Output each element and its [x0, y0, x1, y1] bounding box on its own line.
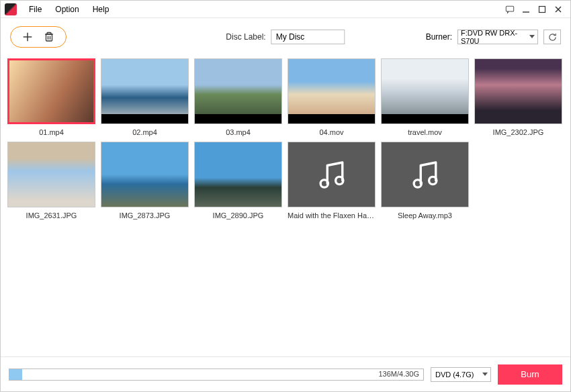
feedback-icon[interactable]	[504, 4, 515, 15]
svg-point-12	[414, 180, 421, 187]
media-preview	[288, 59, 375, 124]
media-thumb[interactable]	[381, 142, 469, 207]
media-thumb[interactable]	[101, 58, 189, 124]
media-grid: 01.mp402.mp403.mp404.movtravel.movIMG_23…	[7, 58, 564, 219]
toolbar: Disc Label: Burner: F:DVD RW DRX-S70U	[1, 18, 570, 56]
close-icon[interactable]	[553, 4, 564, 15]
menu-file[interactable]: File	[22, 5, 48, 14]
media-item-label: IMG_2873.JPG	[120, 211, 171, 219]
menu-help[interactable]: Help	[86, 5, 116, 14]
media-item-label: Sleep Away.mp3	[398, 211, 452, 219]
media-preview	[195, 142, 281, 207]
disc-label-input[interactable]	[271, 30, 345, 44]
svg-point-11	[335, 177, 343, 184]
add-remove-pill	[10, 26, 67, 48]
music-icon	[382, 142, 468, 207]
media-item-label: IMG_2302.JPG	[493, 128, 544, 136]
media-thumb[interactable]	[101, 142, 189, 207]
svg-rect-0	[506, 6, 513, 11]
burner-select-value: F:DVD RW DRX-S70U	[461, 29, 525, 45]
media-thumb[interactable]	[7, 58, 95, 124]
media-item-label: 03.mp4	[226, 128, 251, 136]
footer: 136M/4.30G DVD (4.7G) Burn	[1, 356, 570, 391]
capacity-bar-fill	[9, 369, 22, 380]
disc-label-caption: Disc Label:	[226, 32, 265, 42]
media-thumb[interactable]	[194, 58, 282, 124]
media-preview	[195, 59, 281, 124]
media-preview	[8, 142, 95, 207]
burner-select[interactable]: F:DVD RW DRX-S70U	[457, 30, 538, 44]
svg-rect-2	[539, 6, 545, 12]
media-item-label: IMG_2890.JPG	[213, 211, 264, 219]
media-item[interactable]: 02.mp4	[101, 58, 189, 136]
app-logo-icon	[5, 3, 17, 15]
media-grid-scroll[interactable]: 01.mp402.mp403.mp404.movtravel.movIMG_23…	[1, 56, 570, 356]
burner-caption: Burner:	[426, 32, 452, 42]
media-item[interactable]: 03.mp4	[194, 58, 282, 136]
capacity-bar: 136M/4.30G	[9, 369, 424, 381]
menu-option[interactable]: Option	[48, 5, 85, 14]
add-button[interactable]	[21, 31, 34, 43]
media-preview	[101, 59, 188, 124]
media-thumb[interactable]	[381, 58, 469, 124]
media-thumb[interactable]	[288, 58, 376, 124]
media-item-label: 01.mp4	[39, 128, 64, 136]
media-thumb[interactable]	[194, 142, 282, 207]
svg-point-10	[320, 180, 328, 187]
media-item[interactable]: IMG_2873.JPG	[101, 142, 189, 219]
media-item-label: 04.mov	[319, 128, 343, 136]
media-item-label: 02.mp4	[132, 128, 157, 136]
media-thumb[interactable]	[474, 58, 562, 124]
delete-button[interactable]	[43, 31, 55, 43]
disc-type-value: DVD (4.7G)	[435, 371, 474, 379]
media-item[interactable]: 04.mov	[288, 58, 376, 136]
media-thumb[interactable]	[7, 142, 95, 207]
chevron-down-icon	[482, 373, 488, 376]
maximize-icon[interactable]	[537, 4, 547, 15]
music-icon	[288, 142, 375, 207]
burn-button[interactable]: Burn	[498, 364, 562, 385]
media-item[interactable]: Maid with the Flaxen Hair.mp3	[288, 142, 376, 219]
media-item[interactable]: IMG_2302.JPG	[474, 58, 562, 136]
media-item[interactable]: IMG_2631.JPG	[7, 142, 95, 219]
media-item[interactable]: 01.mp4	[7, 58, 95, 136]
media-preview	[475, 59, 562, 124]
media-item-label: Maid with the Flaxen Hair.mp3	[288, 211, 376, 219]
media-preview	[101, 142, 188, 207]
svg-rect-7	[46, 34, 52, 41]
media-thumb[interactable]	[288, 142, 376, 207]
media-item[interactable]: IMG_2890.JPG	[194, 142, 282, 219]
media-item-label: IMG_2631.JPG	[26, 211, 77, 219]
capacity-text: 136M/4.30G	[378, 370, 419, 378]
svg-point-13	[429, 177, 436, 184]
media-item[interactable]: Sleep Away.mp3	[381, 142, 469, 219]
disc-type-select[interactable]: DVD (4.7G)	[431, 367, 491, 382]
media-preview	[9, 60, 93, 122]
media-preview	[382, 59, 468, 124]
menu-bar: File Option Help	[1, 1, 570, 18]
media-item-label: travel.mov	[408, 128, 442, 136]
refresh-button[interactable]	[543, 30, 561, 44]
media-item[interactable]: travel.mov	[381, 58, 469, 136]
minimize-icon[interactable]	[521, 4, 531, 15]
chevron-down-icon	[529, 35, 535, 38]
